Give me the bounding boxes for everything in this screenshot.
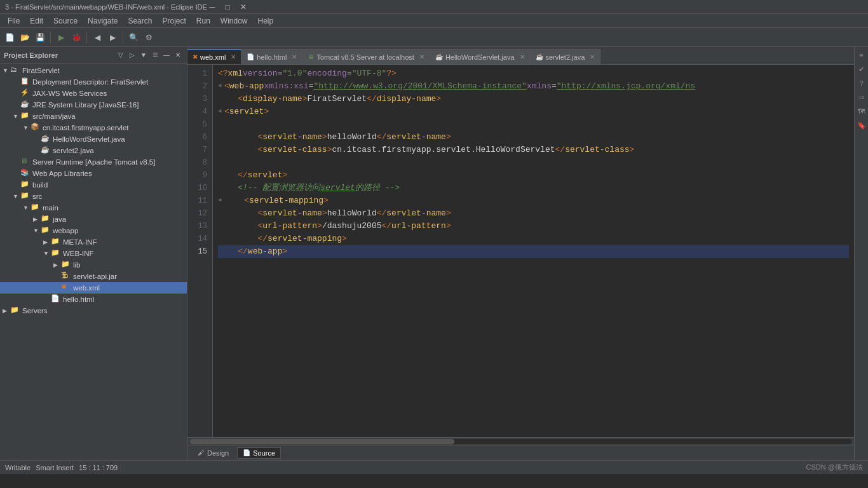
sidebar-menu-button[interactable]: ☰ [150, 50, 160, 60]
tree-item-main[interactable]: ▼ 📁 main [0, 202, 187, 214]
tree-item-servers[interactable]: ▶ 📁 Servers [0, 305, 187, 316]
tree-item-web-inf[interactable]: ▼ 📁 WEB-INF [0, 248, 187, 259]
code-content[interactable]: <?xml version="1.0" encoding="UTF-8"?> ◀… [213, 65, 854, 437]
tree-item-webapp[interactable]: ▼ 📁 webapp [0, 225, 187, 236]
tab-web-xml[interactable]: ✖ web.xml ✕ [187, 49, 241, 64]
tab-helloworldservlet[interactable]: ☕ HelloWordServlet.java ✕ [430, 49, 531, 64]
line-num-3: 3 [190, 93, 207, 105]
tab-servlet2[interactable]: ☕ servlet2.java ✕ [531, 49, 601, 64]
tab-design[interactable]: 🖋 Design [193, 447, 234, 459]
tree-label: META-INF [63, 238, 97, 246]
tab-close-button[interactable]: ✕ [231, 53, 236, 60]
tab-close-button[interactable]: ✕ [590, 53, 595, 60]
tree-item-build[interactable]: 📁 build [0, 179, 187, 191]
tree-label: main [43, 204, 58, 212]
toolbar-new-button[interactable]: 📄 [3, 30, 17, 44]
tree-item-deployment[interactable]: 📋 Deployment Descriptor: FiratServlet [0, 76, 187, 88]
folder-icon: 📁 [20, 111, 31, 121]
tree-label: src/main/java [32, 112, 76, 120]
menu-search[interactable]: Search [123, 15, 157, 27]
library-icon: 📚 [20, 168, 31, 179]
toolbar-forward-button[interactable]: ▶ [105, 30, 119, 44]
main-layout: Project Explorer ▽ ▷ ▼ ☰ — ✕ ▼ 🗂 FiratSe… [0, 47, 868, 460]
right-panel-icons: ≡ ✔ ? ⇒ 🗺 🔖 [854, 47, 868, 460]
right-icon-6[interactable]: 🔖 [856, 119, 867, 131]
tab-hello-html[interactable]: 📄 hello.html ✕ [241, 49, 302, 64]
right-icon-4[interactable]: ⇒ [856, 92, 867, 103]
window-controls[interactable]: ─ □ ✕ [207, 3, 249, 11]
tree-item-server-runtime[interactable]: 🖥 Server Runtime [Apache Tomcat v8.5] [0, 156, 187, 168]
status-right: CSDN @俄方德法 [806, 463, 863, 472]
hscroll-thumb[interactable] [190, 439, 454, 444]
right-icon-2[interactable]: ✔ [856, 64, 867, 75]
minimize-button[interactable]: ─ [207, 3, 218, 11]
tree-item-java-folder[interactable]: ▶ 📁 java [0, 214, 187, 225]
tree-item-jaxws[interactable]: ⚡ JAX-WS Web Services [0, 88, 187, 99]
horizontal-scrollbar[interactable] [187, 437, 854, 445]
tree-item-lib[interactable]: ▶ 📁 lib [0, 259, 187, 271]
tree-item-helloworldservlet[interactable]: ☕ HelloWordServlet.java [0, 133, 187, 145]
menu-help[interactable]: Help [253, 15, 279, 27]
toolbar-run-button[interactable]: ▶ [54, 30, 68, 44]
maximize-button[interactable]: □ [222, 3, 232, 11]
sidebar-close-button[interactable]: ✕ [173, 50, 183, 60]
source-tab-icon: 📄 [243, 449, 250, 456]
title-bar: 3 - FiratServlet/src/main/webapp/WEB-INF… [0, 0, 868, 14]
menu-navigate[interactable]: Navigate [83, 15, 123, 27]
jre-icon: ☕ [20, 100, 31, 110]
menu-file[interactable]: File [3, 15, 25, 27]
toolbar-back-button[interactable]: ◀ [90, 30, 104, 44]
right-icon-1[interactable]: ≡ [856, 50, 867, 61]
menu-project[interactable]: Project [157, 15, 191, 27]
tab-tomcat-server[interactable]: 🖥 Tomcat v8.5 Server at localhost ✕ [302, 49, 430, 64]
sidebar-minimize-button[interactable]: — [161, 50, 172, 60]
tree-label: servlet-api.jar [73, 273, 117, 280]
line-num-2: 2 [190, 80, 207, 93]
sidebar-expand-button[interactable]: ▷ [127, 50, 137, 60]
menu-window[interactable]: Window [215, 15, 253, 27]
tab-source[interactable]: 📄 Source [237, 447, 281, 459]
close-button[interactable]: ✕ [238, 3, 249, 11]
hscroll-track [190, 439, 851, 444]
toolbar-debug-button[interactable]: 🐞 [69, 30, 83, 44]
tree-item-servlet-api[interactable]: 🗜 servlet-api.jar [0, 271, 187, 282]
sidebar-filter-button[interactable]: ▼ [139, 50, 149, 60]
tree-item-src[interactable]: ▼ 📁 src [0, 191, 187, 202]
right-icon-3[interactable]: ? [856, 78, 867, 89]
tree-arrow: ▶ [43, 239, 51, 245]
tree-label: java [53, 215, 66, 223]
line-num-11: 11 [190, 194, 207, 207]
tree-item-meta-inf[interactable]: ▶ 📁 META-INF [0, 236, 187, 248]
tree-item-firatservlet[interactable]: ▼ 🗂 FiratServlet [0, 65, 187, 76]
tree-arrow: ▼ [13, 193, 20, 200]
tab-close-button[interactable]: ✕ [292, 53, 297, 60]
line-num-10: 10 [190, 182, 207, 194]
right-icon-5[interactable]: 🗺 [856, 105, 867, 117]
menu-run[interactable]: Run [191, 15, 215, 27]
project-explorer-header: Project Explorer ▽ ▷ ▼ ☰ — ✕ [0, 47, 187, 64]
code-line-10: <!-- 配置浏览器访问servlet的路径 --> [218, 182, 849, 194]
toolbar-settings-button[interactable]: ⚙ [142, 30, 156, 44]
tree-item-servlet2[interactable]: ☕ servlet2.java [0, 145, 187, 156]
toolbar-save-button[interactable]: 💾 [33, 30, 47, 44]
tab-close-button[interactable]: ✕ [419, 53, 424, 60]
toolbar-sep-1 [50, 32, 51, 43]
menu-source[interactable]: Source [48, 15, 83, 27]
tree-label: cn.itcast.firstmyapp.servlet [43, 124, 128, 132]
servers-folder-icon: 📁 [10, 306, 20, 316]
tree-item-jre[interactable]: ☕ JRE System Library [JavaSE-16] [0, 99, 187, 111]
project-explorer-panel: Project Explorer ▽ ▷ ▼ ☰ — ✕ ▼ 🗂 FiratSe… [0, 47, 187, 460]
tree-item-web-app-libs[interactable]: 📚 Web App Libraries [0, 168, 187, 179]
tree-item-web-xml[interactable]: ✖ web.xml [0, 282, 187, 294]
toolbar-open-button[interactable]: 📂 [18, 30, 32, 44]
toolbar-search-button[interactable]: 🔍 [126, 30, 140, 44]
tree-label: JRE System Library [JavaSE-16] [32, 101, 139, 109]
tree-item-src-main-java[interactable]: ▼ 📁 src/main/java [0, 111, 187, 122]
sidebar-collapse-button[interactable]: ▽ [116, 50, 126, 60]
tab-close-button[interactable]: ✕ [520, 53, 525, 60]
tree-item-package[interactable]: ▼ 📦 cn.itcast.firstmyapp.servlet [0, 122, 187, 133]
menu-edit[interactable]: Edit [25, 15, 48, 27]
tree-item-hello-html[interactable]: 📄 hello.html [0, 294, 187, 305]
code-line-3: <display-name>FiratServlet</display-name… [218, 93, 849, 105]
tab-icon-server: 🖥 [308, 53, 314, 60]
